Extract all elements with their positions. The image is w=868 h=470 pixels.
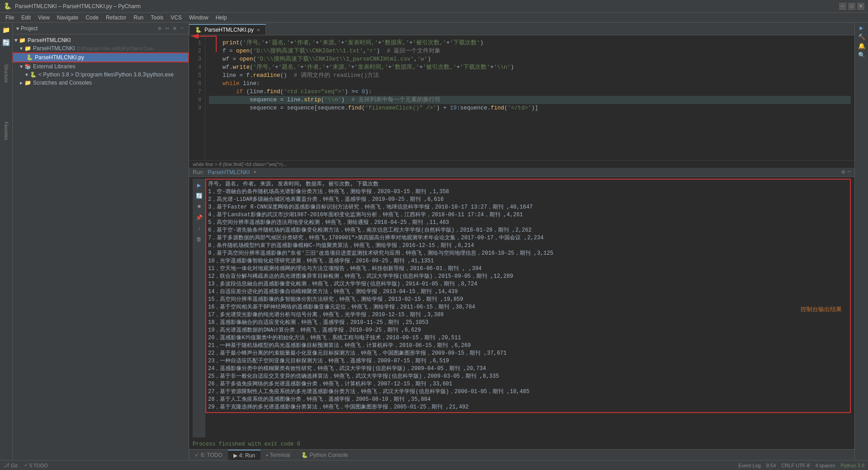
menu-run[interactable]: Run [130,14,147,22]
terminal-icon: ▪ [266,452,268,458]
menu-view[interactable]: View [34,14,53,22]
python-icon: 🐍 [30,71,37,78]
menu-file[interactable]: File [2,14,18,22]
status-event-log[interactable]: Event Log [738,463,761,468]
todo-icon: ✓ [194,452,199,458]
tab-todo[interactable]: ✓ 6: TODO [189,450,228,460]
run-stop-btn[interactable]: ■ [194,202,204,211]
code-content[interactable]: print('序号,'+'题名,'+'作者,'+'来源,'+'发表时间,'+'数… [205,35,854,160]
status-todo[interactable]: ✓ 5 TODO [24,462,48,468]
tree-item-python[interactable]: ▾ 🐍 < Python 3.8 > D:\program files\Pyth… [13,71,189,79]
active-editor-tab[interactable]: 🐍 ParseHTMLCNKI.py ✕ [189,24,266,35]
status-left: ⎇ Git: ✓ 5 TODO [4,462,48,468]
run-rerun-btn[interactable]: 🔄 [194,191,204,200]
output-line-15: 15，高空间分辨率遥感影像的多智能体分割方法研究，钟燕飞，测绘学报，2013-0… [208,296,848,304]
project-panel-actions: ⚙ ⟷ ⚙ ─ [157,25,185,32]
scratches-expand-icon: ▸ [20,80,23,86]
menu-refactor[interactable]: Refactor [102,14,130,22]
run-scroll-btn[interactable]: ↓ [194,224,204,233]
output-line-10: 10，光学遥感影像智能化处理研究进展，钟燕飞，遥感学报，2016-09-25，期… [208,257,848,265]
menu-code[interactable]: Code [82,14,102,22]
project-dropdown-icon[interactable]: ▾ [16,25,19,32]
main-container: 📁 🔄 Structure Favorites ▾ Project ⚙ ⟷ ⚙ … [0,23,868,460]
tree-item-ext-libs[interactable]: ▾ 📚 External Libraries [13,62,189,71]
project-panel-title: ▾ Project [16,25,38,32]
tab-python-console[interactable]: 🐍 Python Console [296,450,354,460]
close-button[interactable]: ✕ [857,3,864,10]
output-line-13: 13，多波段信息融合的遥感影像变化检测，钟燕飞，武汉大学学报(信息科学版)，20… [208,280,848,288]
py-file-icon: 🐍 [26,54,33,61]
output-line-8: 8，条件随机场模型约束下的遥感影像模糊C-均值聚类算法，钟燕飞，测绘学报，201… [208,242,848,250]
output-line-11: 11，空天地一体化对地观测传感网的理论与方法立项报告，钟燕飞，科技创新导报，20… [208,265,848,273]
status-python[interactable]: Python 3.8 [840,463,864,468]
output-line-1: 1，空-谱融合的条件随机场高光谱影像分类方法，钟燕飞，测绘学报，2020-03-… [208,188,848,196]
right-sidebar: ▶ 🔨 🔔 🔍 [854,23,868,460]
run-pin-btn[interactable]: 📌 [194,213,204,222]
bottom-tab-bar: ✓ 6: TODO ▶ 4: Run ▪ Terminal 🐍 Python C… [189,449,854,460]
tab-run[interactable]: ▶ 4: Run [228,450,261,460]
tree-item-root[interactable]: ▾ 📁 ParseHTMLCNKI [13,36,189,44]
tab-close-icon[interactable]: ✕ [256,28,260,33]
title-bar-controls[interactable]: ─ □ ✕ [839,3,864,10]
status-bar: ⎇ Git: ✓ 5 TODO Event Log 8:54 CRLF UTF-… [0,460,868,470]
run-settings-icon[interactable]: ⚙ [842,169,845,176]
maximize-button[interactable]: □ [848,3,855,10]
run-header-actions: ⚙ ─ [842,169,851,176]
git-icon: ⎇ [4,462,9,468]
ext-libs-label: External Libraries [33,63,75,70]
project-icon[interactable]: 📁 [1,24,12,35]
python-expand-icon: ▾ [25,71,28,78]
status-spaces[interactable]: 4 spaces [815,463,835,468]
rs-build-icon[interactable]: 🔨 [858,33,865,41]
tree-item-project[interactable]: ▾ 📁 ParseHTMLCNKI D:\Program Files (x86)… [13,44,189,52]
python-console-icon: 🐍 [301,452,308,458]
status-encoding[interactable]: CRLF UTF-8 [781,463,810,468]
output-content-wrapper: ▶ 🔄 ■ 📌 ↓ 🗑 序号, 题名, 作者, 来源, 发表时间, 数据库, 被… [189,177,854,439]
main-file-label: ParseHTMLCNKI.py [35,54,84,61]
structure-icon[interactable]: Structure [1,68,12,79]
run-clear-btn[interactable]: 🗑 [194,235,204,244]
rs-notification-icon[interactable]: 🔔 [858,43,865,50]
code-editor[interactable]: 1 2 3 4 5 6 7 8 9 print('序号,'+'题名,'+'作者,… [189,35,854,160]
project-expand-icon[interactable]: ⟷ [164,25,170,32]
run-dropdown-icon[interactable]: ▾ [253,169,256,176]
tab-terminal[interactable]: ▪ Terminal [261,450,296,460]
run-pin-icon[interactable]: ─ [848,169,851,176]
rs-run-btn[interactable]: ▶ [860,24,863,32]
commit-icon[interactable]: 🔄 [1,37,12,48]
editor-tab-bar: 🐍 ParseHTMLCNKI.py ✕ [189,23,854,35]
title-bar: 🐍 ParseHTMLCNKI – ParseHTMLCNKI.py – PyC… [0,0,868,13]
tab-py-icon: 🐍 [195,27,202,33]
line-numbers: 1 2 3 4 5 6 7 8 9 [189,35,205,160]
menu-navigate[interactable]: Navigate [53,14,82,22]
scratches-label: Scratches and Consoles [33,80,92,86]
favorites-icon[interactable]: Favorites [1,126,12,137]
project-minimize-icon[interactable]: ─ [179,25,185,32]
status-git[interactable]: ⎇ Git: [4,462,19,468]
root-label: ParseHTMLCNKI [28,37,71,43]
project-tree: ▾ 📁 ParseHTMLCNKI ▾ 📁 ParseHTMLCNKI D:\P… [13,34,189,460]
title-bar-left: 🐍 ParseHTMLCNKI – ParseHTMLCNKI.py – PyC… [4,2,141,10]
output-line-18: 18，遥感影像融合的自适应变化检测，钟燕飞，遥感学报，2010-11-25，期刊… [208,319,848,327]
menu-tools[interactable]: Tools [147,14,167,22]
project-name-label: ParseHTMLCNKI [33,45,75,52]
run-play-btn[interactable]: ▶ [194,180,204,190]
project-settings-icon[interactable]: ⚙ [157,25,163,32]
tab-filename: ParseHTMLCNKI.py [204,27,254,33]
root-expand-icon: ▾ [14,37,17,43]
menu-vcs[interactable]: VCS [167,14,185,22]
tree-item-scratches[interactable]: ▸ 📁 Scratches and Consoles [13,79,189,87]
output-line-2: 2，高光谱-LiDAR多级融合城区地表覆盖分类，钟燕飞，遥感学报，2019-09… [208,196,848,204]
rs-search-icon[interactable]: 🔍 [858,52,865,59]
menu-window[interactable]: Window [185,14,212,22]
menu-help[interactable]: Help [212,14,231,22]
menu-edit[interactable]: Edit [18,14,34,22]
output-line-5: 5，高空间分辨率遥感影像的违法用地变化检测，钟燕飞，测绘通报，2018-04-2… [208,219,848,227]
minimize-button[interactable]: ─ [839,3,846,10]
output-text[interactable]: 序号, 题名, 作者, 来源, 发表时间, 数据库, 被引次数, 下载次数 1，… [205,179,851,437]
code-line-8: sequence = line.strip('\\n') # 去掉列表中每一个元… [209,96,851,104]
project-gear-icon[interactable]: ⚙ [172,25,178,32]
python-label: < Python 3.8 > D:\program files\Python 3… [38,71,174,78]
annotation-label: 控制台输出结果 [801,305,842,313]
tree-item-main-file[interactable]: 🐍 ParseHTMLCNKI.py [13,52,189,62]
